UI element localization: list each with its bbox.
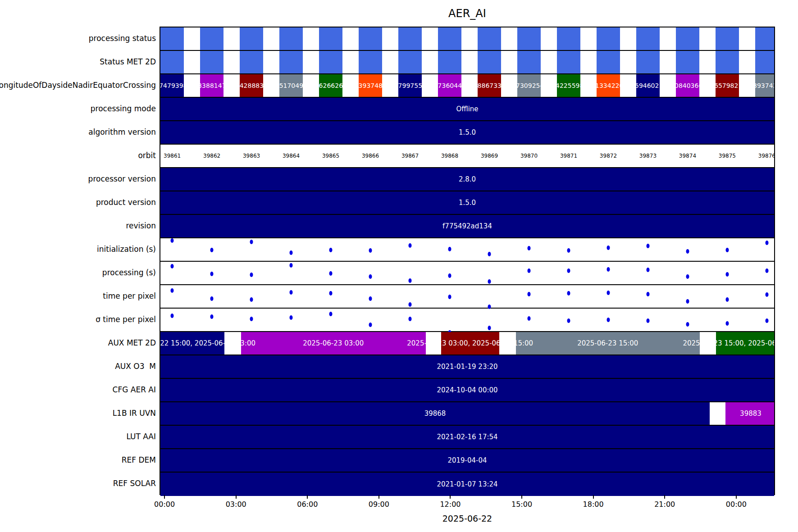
scatter-dot (329, 291, 333, 296)
scatter-dot (646, 268, 649, 272)
bar-value: 2021-01-07 13:24 (437, 480, 497, 488)
scatter-dot (409, 302, 412, 307)
orbit-bar (200, 27, 223, 50)
orbit-number: 39871 (560, 153, 577, 159)
scatter-dot (765, 241, 768, 245)
segment-label: 2025-06-23 03:00 (303, 339, 364, 347)
orbit-bar (755, 51, 774, 73)
scatter-dot (765, 268, 768, 273)
scatter-dot (369, 248, 372, 253)
orbit-bar (755, 27, 774, 50)
scatter-dot (606, 246, 610, 250)
x-tick-label: 00:00 (716, 500, 757, 509)
x-tick (593, 495, 594, 499)
x-tick (450, 495, 451, 499)
plot-row (160, 238, 774, 262)
longitude-label: -0.88937438964 (741, 82, 774, 89)
scatter-dot (250, 297, 253, 302)
scatter-dot (329, 248, 333, 252)
x-tick-label: 03:00 (216, 500, 256, 509)
plot-row (160, 51, 774, 74)
orbit-bar (517, 51, 541, 73)
scatter-dot (606, 318, 610, 322)
scatter-dot (171, 238, 174, 243)
row-label: AUX MET 2D (0, 331, 156, 355)
scatter-dot (329, 312, 333, 316)
row-label: processing (s) (0, 261, 156, 284)
segment-label: 2025-06-23 15:00, 2025-06-24 03:00 (683, 339, 774, 347)
orbit-number: 39870 (520, 153, 538, 159)
orbit-number: 39872 (600, 153, 617, 159)
scatter-dot (725, 321, 729, 326)
plot-row: f775492ad134 (160, 215, 774, 238)
scatter-dot (369, 323, 372, 327)
plot-row: 2019-04-04 (160, 449, 774, 473)
plot-row: 2024-10-04 00:00 (160, 379, 774, 402)
bar-value: 2.8.0 (459, 175, 476, 183)
scatter-dot (290, 263, 293, 268)
scatter-dot (290, 315, 293, 320)
scatter-dot (567, 318, 570, 323)
row-label: REF SOLAR (0, 472, 156, 495)
bar-value: 1.5.0 (459, 128, 476, 136)
plot-row (160, 285, 774, 309)
scatter-dot (567, 291, 570, 296)
segment-label: 39883 (740, 409, 762, 418)
orbit-bar (676, 27, 699, 50)
row-label: L1B IR UVN (0, 401, 156, 425)
scatter-dot (527, 246, 530, 250)
orbit-bar (716, 51, 739, 73)
orbit-bar (398, 27, 422, 50)
scatter-dot (606, 267, 610, 272)
orbit-bar (319, 51, 342, 73)
scatter-dot (448, 247, 451, 251)
bar-value: 2021-01-19 23:20 (437, 363, 497, 371)
orbit-bar (240, 27, 263, 50)
orbit-bar (279, 51, 303, 73)
row-label: processing status (0, 27, 156, 50)
row-label: CFG AER AI (0, 378, 156, 401)
orbit-bar (557, 51, 580, 73)
scatter-dot (329, 271, 333, 276)
row-label: Status MET 2D (0, 50, 156, 73)
scatter-dot (369, 296, 372, 301)
scatter-dot (409, 317, 412, 321)
x-tick-label: 21:00 (644, 500, 685, 509)
row-label: AUX O3 M (0, 355, 156, 378)
scatter-dot (448, 295, 451, 299)
scatter-dot (527, 316, 530, 321)
orbit-bar (636, 51, 660, 73)
orbit-number: 39873 (639, 153, 657, 159)
orbit-bar (359, 27, 382, 50)
scatter-dot (606, 291, 610, 295)
x-tick-label: 06:00 (287, 500, 328, 509)
orbit-number: 39865 (322, 153, 339, 159)
segment-label: 39868 (424, 409, 446, 418)
plot-row: 19.27479398591-6.03388147460-31.34288831… (160, 74, 774, 98)
orbit-bar (716, 27, 739, 50)
scatter-dot (250, 240, 253, 244)
x-tick-label: 00:00 (144, 500, 185, 509)
x-axis-date-label: 2025-06-22 (160, 514, 775, 523)
orbit-bar (478, 27, 501, 50)
plot-row: 1.5.0 (160, 191, 774, 215)
orbit-number: 39862 (203, 153, 220, 159)
plot-row: Offline (160, 98, 774, 121)
plot-row: 2021-01-19 23:20 (160, 355, 774, 379)
orbit-bar (160, 51, 184, 73)
orbit-number: 39875 (719, 153, 736, 159)
chart-title: AER_AI (160, 7, 775, 20)
orbit-bar (359, 51, 382, 73)
row-label: REF DEM (0, 448, 156, 472)
x-tick (736, 495, 737, 499)
orbit-number: 39868 (441, 153, 458, 159)
scatter-dot (646, 318, 649, 323)
scatter-dot (527, 268, 530, 273)
scatter-dot (369, 274, 372, 279)
scatter-dot (171, 288, 174, 293)
scatter-dot (686, 249, 689, 254)
figure: AER_AI 19.27479398591-6.03388147460-31.3… (0, 0, 798, 532)
orbit-bar (478, 51, 501, 73)
scatter-dot (488, 279, 491, 284)
segment-label: 2025-06-22 15:00, 2025-06-23 03:00 (160, 339, 255, 347)
